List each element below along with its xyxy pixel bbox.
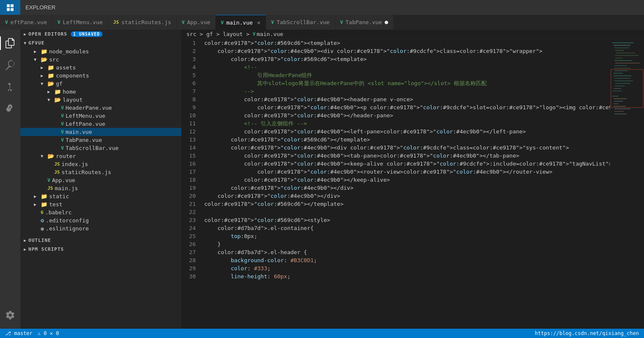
folder-icon: 📁 [41,48,47,55]
code-line-16: 16 color:#ce9178">"color:#4ec9b0"><keep-… [181,160,610,168]
title-bar: EXPLORER [0,0,644,15]
tree-TabScrollBar[interactable]: V TabScrollBar.vue [20,144,181,152]
folder-open-icon: 📂 [41,56,47,63]
line-content: color:#ce9178">"color:#4ec9b0"><header-p… [203,95,610,103]
tabs-bar: V eftPane.vue V LeftMenu.vue JS staticRo… [0,15,644,30]
code-line-13: 13 color:#ce9178">"color:#569cd6"></temp… [181,136,610,144]
tab-close-button[interactable]: ✕ [257,19,261,26]
svg-rect-11 [615,58,623,58]
tree-static[interactable]: ▶ 📁 static [20,192,181,200]
vue-file-icon: V [61,129,64,135]
line-number: 5 [181,71,203,79]
tab-appvue[interactable]: V App.vue [177,15,216,30]
tree-components[interactable]: ▶ 📁 components [20,72,181,80]
line-content: color:#ce9178">"color:#4ec9b0"><tab-pane… [203,152,610,160]
outline-header[interactable]: ▶ OUTLINE [20,236,181,245]
tree-babelrc[interactable]: 6 .babelrc [20,208,181,216]
line-number: 25 [181,232,203,240]
tree-home[interactable]: ▶ 📁 home [20,88,181,96]
tree-editorconfig[interactable]: ⚙ .editorconfig [20,216,181,224]
svg-rect-17 [613,73,623,74]
folder-icon: 📁 [47,72,54,79]
svg-rect-0 [7,4,10,7]
js-file-icon: JS [54,169,60,175]
svg-rect-13 [615,63,640,64]
settings-activity-icon[interactable] [0,305,20,325]
line-number: 24 [181,224,203,232]
explorer-activity-icon[interactable] [0,33,20,53]
gfvue-header[interactable]: ▼ GFVUE [20,39,181,47]
tree-assets[interactable]: ▶ 📁 assets [20,64,181,72]
code-line-8: 8 color:#ce9178">"color:#4ec9b0"><header… [181,95,610,103]
tab-mainvue[interactable]: V main.vue ✕ [216,15,266,30]
line-number: 30 [181,272,203,280]
line-number: 12 [181,127,203,136]
filename: TabScrollBar.vue [66,145,119,151]
line-content: color:#d7ba7d">.el-container{ [203,224,610,232]
tree-LeftMenu[interactable]: V LeftMenu.vue [20,112,181,120]
code-editor[interactable]: 1color:#ce9178">"color:#569cd6"><templat… [181,39,610,329]
js-file-icon: JS [54,161,60,167]
npm-scripts-header[interactable]: ▶ NPM SCRIPTS [20,245,181,254]
tree-staticRoutes-js[interactable]: JS staticRoutes.js [20,168,181,176]
chevron-down-icon: ▼ [41,154,47,158]
tab-leftpane[interactable]: V eftPane.vue [0,15,53,30]
code-line-26: 26 } [181,240,610,248]
svg-rect-18 [613,75,631,76]
window-title: EXPLORER [20,4,56,11]
filename: router [56,153,76,159]
tree-node_modules[interactable]: ▶ 📁 node_modules [20,47,181,55]
filename: layout [63,97,83,103]
tree-LeftPane[interactable]: V LeftPane.vue [20,120,181,128]
line-number: 29 [181,264,203,272]
vue-file-icon: V [47,177,50,183]
line-content: line-height: 60px; [203,272,610,280]
line-content: top:0px; [203,232,610,240]
tree-HeaderPane[interactable]: V HeaderPane.vue [20,104,181,112]
line-number: 21 [181,200,203,208]
line-content: color:#ce9178">"color:#4ec9b0"><router-v… [203,168,610,176]
tree-App-vue[interactable]: V App.vue [20,176,181,184]
svg-rect-25 [612,96,619,97]
line-content: color:#ce9178">"color:#569cd6"><style> [203,216,610,224]
tree-TabPane[interactable]: V TabPane.vue [20,136,181,144]
tab-leftmenu[interactable]: V LeftMenu.vue [53,15,108,30]
gfvue-label: GFVUE [28,40,44,46]
folder-open-icon: 📂 [47,80,54,87]
tree-router[interactable]: ▼ 📂 router [20,152,181,160]
line-content: 其中slot=logo将显示在HeaderPane中的 <slot name="… [203,79,610,87]
tree-index-js[interactable]: JS index.js [20,160,181,168]
code-line-7: 7 --> [181,87,610,95]
vue-file-icon: V [340,19,343,25]
line-content: background-color: #B3C0D1; [203,256,610,264]
tree-main-vue[interactable]: V main.vue [20,128,181,136]
filename: main.js [55,185,78,191]
code-line-18: 18 color:#ce9178">"color:#4ec9b0"></keep… [181,176,610,184]
tree-src[interactable]: ▼ 📂 src [20,55,181,64]
tab-label: LeftMenu.vue [63,19,103,25]
tree-eslintignore[interactable]: ● .eslintignore [20,224,181,233]
tree-main-js[interactable]: JS main.js [20,184,181,192]
tree-layout[interactable]: ▼ 📂 layout [20,96,181,104]
source-control-activity-icon[interactable] [0,77,20,97]
code-line-5: 5 引用HeaderPane组件 [181,71,610,79]
tab-tabpane[interactable]: V TabPane.vue [335,15,394,30]
breadcrumb-file: main.vue [257,31,283,37]
extensions-activity-icon[interactable] [0,99,20,119]
line-number: 9 [181,103,203,111]
tab-staticroutes[interactable]: JS staticRoutes.js [108,15,177,30]
search-activity-icon[interactable] [0,55,20,75]
line-content: color:#ce9178">"color:#4ec9b0"><left-pan… [203,127,610,136]
filename: .eslintignore [46,225,89,232]
tab-tabscrollbar[interactable]: V TabScrollBar.vue [266,15,335,30]
open-editors-header[interactable]: ▶ OPEN EDITORS 1 UNSAVED [20,30,181,39]
line-content: <!-- [203,63,610,71]
svg-rect-3 [11,8,14,11]
line-content: color:#ce9178">"color:#4ec9b0"></div> [203,184,610,192]
tree-test[interactable]: ▶ 📁 test [20,200,181,208]
line-number: 15 [181,152,203,160]
code-line-12: 12 color:#ce9178">"color:#4ec9b0"><left-… [181,127,610,136]
tree-gf[interactable]: ▼ 📂 gf [20,80,181,88]
folder-icon: 📁 [54,89,61,95]
svg-rect-21 [615,83,630,84]
